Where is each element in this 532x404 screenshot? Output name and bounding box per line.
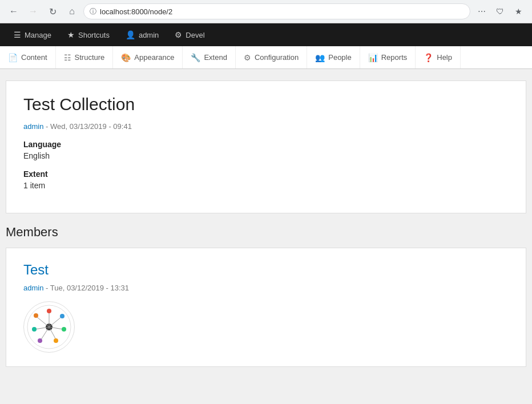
reload-button[interactable]: ↻ (45, 3, 61, 19)
back-button[interactable]: ← (6, 3, 22, 19)
info-icon: ⓘ (90, 7, 96, 17)
collection-meta: admin - Wed, 03/13/2019 - 09:41 (23, 122, 509, 131)
drupal-nav: 📄 Content ☷ Structure 🎨 Appearance 🔧 Ext… (0, 46, 532, 69)
svg-point-15 (34, 313, 38, 318)
reports-icon: 📊 (368, 53, 378, 62)
nav-help[interactable]: ❓ Help (416, 46, 461, 68)
manage-icon: ☰ (14, 30, 21, 39)
toolbar-admin-label: admin (139, 31, 159, 39)
bookmark-shield-button[interactable]: 🛡 (492, 3, 508, 19)
toolbar-shortcuts-label: Shortcuts (78, 31, 110, 39)
nav-configuration[interactable]: ⚙ Configuration (236, 46, 307, 68)
collection-card: Test Collection admin - Wed, 03/13/2019 … (6, 80, 526, 213)
member-author: admin (23, 284, 43, 292)
nav-structure-label: Structure (75, 53, 105, 62)
svg-point-3 (47, 309, 51, 313)
browser-chrome: ← → ↻ ⌂ ⓘ localhost:8000/node/2 ⋯ 🛡 ★ (0, 0, 532, 23)
svg-point-9 (54, 338, 58, 343)
member-card: Test admin - Tue, 03/12/2019 - 13:31 (6, 248, 526, 367)
diagram-circle (23, 301, 75, 353)
collection-author-link[interactable]: admin (23, 122, 46, 131)
member-meta-separator: - (46, 284, 50, 292)
nav-people[interactable]: 👥 People (307, 46, 360, 68)
nav-people-label: People (328, 53, 351, 62)
diagram-svg (26, 304, 72, 350)
structure-icon: ☷ (64, 53, 71, 62)
toolbar-manage[interactable]: ☰ Manage (6, 23, 59, 46)
member-meta: admin - Tue, 03/12/2019 - 13:31 (23, 284, 509, 292)
svg-line-4 (49, 317, 62, 327)
browser-toolbar: ← → ↻ ⌂ ⓘ localhost:8000/node/2 ⋯ 🛡 ★ (0, 0, 532, 23)
nav-appearance[interactable]: 🎨 Appearance (113, 46, 183, 68)
svg-line-14 (37, 317, 49, 327)
help-icon: ❓ (424, 53, 433, 62)
member-author-link[interactable]: admin (23, 284, 46, 292)
members-heading: Members (6, 225, 526, 240)
svg-line-10 (41, 327, 49, 340)
member-title-link[interactable]: Test (23, 262, 49, 277)
page-content: Test Collection admin - Wed, 03/13/2019 … (0, 69, 532, 400)
nav-structure[interactable]: ☷ Structure (56, 46, 114, 68)
bookmark-star-button[interactable]: ★ (510, 3, 526, 19)
language-value: English (23, 151, 509, 160)
page-title: Test Collection (23, 95, 509, 114)
admin-icon: 👤 (126, 30, 135, 39)
appearance-icon: 🎨 (121, 53, 131, 62)
forward-button[interactable]: → (25, 3, 41, 19)
collection-author: admin (23, 122, 43, 131)
toolbar-manage-label: Manage (25, 31, 51, 39)
meta-separator: - (46, 122, 50, 131)
svg-point-5 (60, 314, 65, 318)
address-text: localhost:8000/node/2 (100, 7, 172, 16)
nav-configuration-label: Configuration (255, 53, 299, 62)
nav-extend-label: Extend (204, 53, 227, 62)
toolbar-shortcuts[interactable]: ★ Shortcuts (59, 23, 118, 46)
nav-reports-label: Reports (381, 53, 408, 62)
shortcuts-icon: ★ (67, 30, 75, 39)
svg-point-13 (32, 327, 37, 332)
collection-date: Wed, 03/13/2019 - 09:41 (50, 122, 132, 131)
toolbar-devel-label: Devel (186, 31, 204, 39)
nav-help-label: Help (437, 53, 452, 62)
language-label: Language (23, 140, 509, 149)
configuration-icon: ⚙ (244, 53, 251, 62)
nav-appearance-label: Appearance (134, 53, 174, 62)
more-options-button[interactable]: ⋯ (474, 3, 490, 19)
toolbar-actions: ⋯ 🛡 ★ (474, 3, 526, 19)
extend-icon: 🔧 (191, 53, 200, 62)
devel-icon: ⚙ (175, 30, 182, 39)
nav-extend[interactable]: 🔧 Extend (183, 46, 235, 68)
svg-point-11 (38, 338, 42, 343)
content-icon: 📄 (8, 53, 18, 62)
toolbar-admin[interactable]: 👤 admin (118, 23, 167, 46)
extent-value: 1 item (23, 181, 509, 190)
toolbar-devel[interactable]: ⚙ Devel (167, 23, 212, 46)
member-date: Tue, 03/12/2019 - 13:31 (50, 284, 129, 292)
svg-line-8 (49, 327, 56, 340)
address-bar[interactable]: ⓘ localhost:8000/node/2 (83, 3, 470, 19)
member-title: Test (23, 262, 509, 278)
admin-toolbar: ☰ Manage ★ Shortcuts 👤 admin ⚙ Devel (0, 23, 532, 46)
nav-content[interactable]: 📄 Content (0, 46, 56, 68)
nav-reports[interactable]: 📊 Reports (360, 46, 416, 68)
nav-content-label: Content (21, 53, 47, 62)
people-icon: 👥 (315, 53, 325, 62)
extent-label: Extent (23, 169, 509, 179)
svg-point-7 (62, 327, 66, 332)
home-button[interactable]: ⌂ (64, 3, 80, 19)
